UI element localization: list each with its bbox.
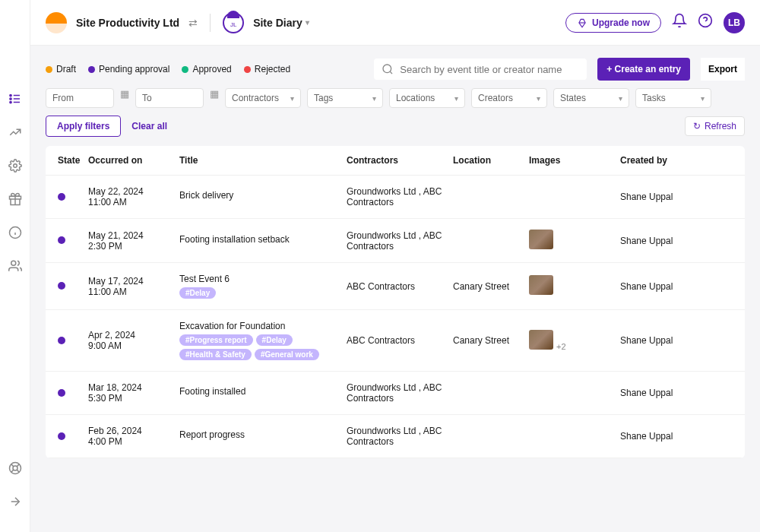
sidebar [0,0,30,532]
svg-line-23 [390,71,392,74]
svg-line-17 [17,464,19,467]
row-title: Footing installation setback [179,234,347,245]
row-date: May 22, 2024 [88,186,179,197]
export-button[interactable]: Export [701,58,745,81]
filter-tags[interactable]: Tags▾ [307,88,383,108]
row-time: 11:00 AM [88,287,179,297]
create-entry-button[interactable]: + Create an entry [597,58,690,81]
filter-to-date[interactable]: To [135,88,204,108]
row-time: 4:00 PM [88,436,179,447]
state-indicator [58,389,65,397]
table-row[interactable]: Apr 2, 20249:00 AM Excavation for Founda… [46,310,745,372]
search-input[interactable] [374,59,587,80]
row-contractors: Groundworks Ltd , ABC Contractors [347,382,453,404]
tag: #General work [255,349,319,360]
calendar-icon[interactable]: ▦ [120,88,129,108]
filter-from-date[interactable]: From [46,88,114,108]
image-count: +2 [556,342,566,351]
notifications-icon[interactable] [672,13,687,32]
table-row[interactable]: Mar 18, 20245:30 PM Footing installed Gr… [46,372,745,415]
table-header: State Occurred on Title Contractors Loca… [46,146,745,176]
status-legend: Draft Pending approval Approved Rejected [46,64,363,74]
row-location: Canary Street [453,335,529,346]
swap-icon[interactable]: ⇄ [188,17,198,29]
company-logo-icon [46,12,67,33]
divider [210,14,211,32]
row-creator: Shane Uppal [620,236,733,246]
section-dropdown[interactable]: Site Diary▾ [253,17,309,29]
filter-tasks[interactable]: Tasks▾ [635,88,711,108]
nav-support-icon[interactable] [8,461,23,476]
state-indicator [58,432,65,440]
table-row[interactable]: May 17, 202411:00 AM Test Event 6#Delay … [46,263,745,310]
filter-locations[interactable]: Locations▾ [389,88,465,108]
tag: #Delay [179,287,216,299]
nav-list-icon[interactable] [8,91,23,106]
row-title: Test Event 6 [179,274,347,284]
nav-gift-icon[interactable] [8,192,23,207]
row-title: Excavation for Foundation [179,321,347,331]
company-name: Site Productivity Ltd [76,17,179,29]
nav-users-icon[interactable] [8,258,23,274]
row-title: Report progress [179,429,347,440]
svg-point-2 [9,98,11,100]
nav-info-icon[interactable] [8,225,23,240]
topbar: Site Productivity Ltd ⇄ JL Site Diary▾ U… [30,0,760,46]
filter-creators[interactable]: Creators▾ [471,88,547,108]
calendar-icon[interactable]: ▦ [210,88,219,108]
row-time: 9:00 AM [88,340,179,351]
row-contractors: ABC Contractors [347,335,453,346]
row-creator: Shane Uppal [620,281,733,292]
table-row[interactable]: May 22, 202411:00 AM Brick delivery Grou… [46,176,745,219]
row-time: 5:30 PM [88,393,179,404]
row-creator: Shane Uppal [620,192,733,202]
nav-settings-icon[interactable] [8,158,23,173]
refresh-icon: ↻ [693,121,701,131]
svg-point-4 [9,101,11,103]
svg-point-6 [13,164,17,168]
row-time: 2:30 PM [88,241,179,252]
row-creator: Shane Uppal [620,335,733,346]
row-date: Apr 2, 2024 [88,330,179,340]
tag: #Progress report [179,334,253,346]
image-thumbnail[interactable] [529,230,553,249]
nav-analytics-icon[interactable] [8,125,23,140]
row-location: Canary Street [453,281,529,292]
row-title: Brick delivery [179,190,347,201]
row-date: May 17, 2024 [88,276,179,287]
diary-logo-icon: JL [223,12,244,33]
table-row[interactable]: May 21, 20242:30 PM Footing installation… [46,219,745,263]
state-indicator [58,282,65,290]
svg-line-15 [11,464,13,467]
row-date: Feb 26, 2024 [88,426,179,436]
search-icon [382,63,394,75]
nav-expand-icon[interactable] [8,494,23,509]
row-creator: Shane Uppal [620,431,733,442]
filter-states[interactable]: States▾ [553,88,629,108]
filter-contractors[interactable]: Contractors▾ [225,88,301,108]
image-thumbnail[interactable] [529,275,553,295]
entries-table: State Occurred on Title Contractors Loca… [46,146,745,458]
row-date: Mar 18, 2024 [88,382,179,393]
row-creator: Shane Uppal [620,388,733,398]
svg-point-12 [11,261,15,265]
svg-point-0 [9,94,11,96]
clear-filters-button[interactable]: Clear all [131,121,167,131]
state-indicator [58,193,65,201]
row-time: 11:00 AM [88,197,179,207]
image-thumbnail[interactable] [529,330,553,350]
apply-filters-button[interactable]: Apply filters [46,116,121,137]
tag: #Delay [256,334,293,346]
state-indicator [58,337,65,344]
row-contractors: Groundworks Ltd , ABC Contractors [347,230,453,252]
svg-line-16 [17,470,19,472]
tag: #Health & Safety [179,349,252,360]
svg-point-22 [383,65,391,73]
row-contractors: Groundworks Ltd , ABC Contractors [347,426,453,447]
help-icon[interactable] [698,13,713,32]
table-row[interactable]: Feb 26, 20244:00 PM Report progress Grou… [46,415,745,458]
refresh-button[interactable]: ↻Refresh [685,116,745,136]
upgrade-button[interactable]: Upgrade now [565,13,661,33]
user-avatar[interactable]: LB [724,12,745,33]
row-title: Footing installed [179,386,347,397]
